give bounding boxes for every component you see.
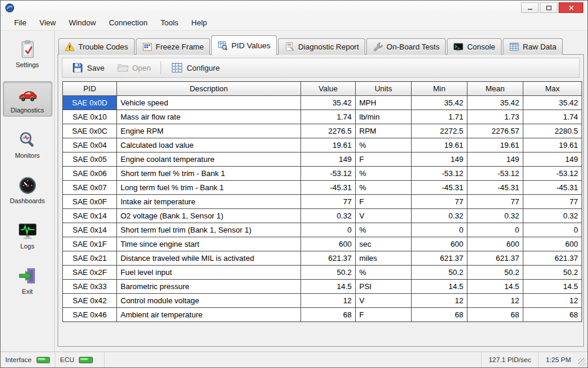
table-cell[interactable]: V: [356, 294, 412, 308]
open-button[interactable]: Open: [112, 59, 156, 76]
table-cell[interactable]: %: [356, 181, 412, 195]
table-cell[interactable]: -53.12: [523, 167, 582, 181]
table-cell[interactable]: PSI: [356, 280, 412, 294]
resize-grip[interactable]: [578, 358, 586, 366]
table-row[interactable]: SAE 0x2FFuel level input50.2%50.250.250.…: [63, 266, 582, 280]
table-cell[interactable]: SAE 0x10: [63, 110, 117, 124]
table-cell[interactable]: 0: [412, 223, 467, 237]
tab-console[interactable]: Console: [447, 38, 502, 55]
table-cell[interactable]: -45.31: [467, 181, 523, 195]
table-row[interactable]: SAE 0x14O2 voltage (Bank 1, Sensor 1)0.3…: [63, 209, 582, 223]
table-row[interactable]: SAE 0x14Short term fuel trim (Bank 1, Se…: [63, 223, 582, 237]
table-cell[interactable]: 0: [301, 223, 356, 237]
table-cell[interactable]: 14.5: [467, 280, 523, 294]
table-cell[interactable]: SAE 0x0F: [63, 195, 117, 209]
table-cell[interactable]: 14.5: [412, 280, 467, 294]
tab-trouble-codes[interactable]: Trouble Codes: [58, 38, 135, 55]
table-row[interactable]: SAE 0x46Ambient air temperature68F686868: [63, 308, 582, 322]
sidebar-item-dashboards[interactable]: Dashboards: [3, 172, 52, 207]
table-cell[interactable]: 68: [523, 308, 582, 322]
table-cell[interactable]: 12: [301, 294, 356, 308]
configure-button[interactable]: Configure: [166, 59, 225, 76]
table-cell[interactable]: SAE 0x21: [63, 251, 117, 266]
table-cell[interactable]: 14.5: [301, 280, 356, 294]
table-cell[interactable]: SAE 0x2F: [63, 266, 117, 280]
table-cell[interactable]: Short term fuel trim (Bank 1, Sensor 1): [117, 223, 301, 237]
table-row[interactable]: SAE 0x0CEngine RPM2276.5RPM2272.52276.57…: [63, 124, 582, 138]
table-cell[interactable]: SAE 0x07: [63, 181, 117, 195]
column-header-value[interactable]: Value: [301, 82, 356, 96]
table-cell[interactable]: 2276.5: [301, 124, 356, 138]
table-cell[interactable]: -53.12: [301, 167, 356, 181]
table-cell[interactable]: 1.74: [523, 110, 582, 124]
table-cell[interactable]: 68: [301, 308, 356, 322]
column-header-units[interactable]: Units: [356, 82, 412, 96]
table-row[interactable]: SAE 0x0DVehicle speed35.42MPH35.4235.423…: [63, 96, 582, 110]
menu-item-tools[interactable]: Tools: [154, 16, 185, 29]
table-cell[interactable]: SAE 0x0C: [63, 124, 117, 138]
menu-item-view[interactable]: View: [33, 16, 62, 29]
table-cell[interactable]: 0.32: [412, 209, 467, 223]
menu-item-window[interactable]: Window: [62, 16, 102, 29]
table-row[interactable]: SAE 0x21Distance traveled while MIL is a…: [63, 251, 582, 266]
table-cell[interactable]: 19.61: [301, 138, 356, 152]
table-cell[interactable]: SAE 0x06: [63, 167, 117, 181]
table-cell[interactable]: 600: [412, 237, 467, 251]
table-cell[interactable]: 50.2: [412, 266, 467, 280]
table-row[interactable]: SAE 0x42Control module voltage12V121212: [63, 294, 582, 308]
column-header-pid[interactable]: PID: [63, 82, 117, 96]
table-cell[interactable]: F: [356, 195, 412, 209]
table-cell[interactable]: 19.61: [412, 138, 467, 152]
table-cell[interactable]: 2280.5: [523, 124, 582, 138]
table-cell[interactable]: 1.73: [467, 110, 523, 124]
table-row[interactable]: SAE 0x0FIntake air temperature77F777777: [63, 195, 582, 209]
table-cell[interactable]: MPH: [356, 96, 412, 110]
table-cell[interactable]: 77: [523, 195, 582, 209]
table-cell[interactable]: RPM: [356, 124, 412, 138]
sidebar-item-monitors[interactable]: Monitors: [3, 127, 52, 162]
table-cell[interactable]: 0.32: [301, 209, 356, 223]
table-row[interactable]: SAE 0x33Barometric pressure14.5PSI14.514…: [63, 280, 582, 294]
table-cell[interactable]: SAE 0x1F: [63, 237, 117, 251]
table-cell[interactable]: Fuel level input: [117, 266, 301, 280]
table-row[interactable]: SAE 0x07Long term fuel % trim - Bank 1-4…: [63, 181, 582, 195]
table-cell[interactable]: 149: [301, 152, 356, 167]
table-cell[interactable]: SAE 0x0D: [63, 96, 117, 110]
table-cell[interactable]: Calculated load value: [117, 138, 301, 152]
table-cell[interactable]: 0.32: [467, 209, 523, 223]
table-cell[interactable]: 0: [467, 223, 523, 237]
table-cell[interactable]: 621.37: [301, 251, 356, 266]
table-cell[interactable]: F: [356, 308, 412, 322]
table-cell[interactable]: Long term fuel % trim - Bank 1: [117, 181, 301, 195]
table-cell[interactable]: 12: [467, 294, 523, 308]
table-cell[interactable]: SAE 0x33: [63, 280, 117, 294]
table-cell[interactable]: %: [356, 266, 412, 280]
table-cell[interactable]: lb/min: [356, 110, 412, 124]
table-cell[interactable]: 77: [301, 195, 356, 209]
table-cell[interactable]: 14.5: [523, 280, 582, 294]
table-cell[interactable]: 149: [412, 152, 467, 167]
table-cell[interactable]: SAE 0x05: [63, 152, 117, 167]
column-header-min[interactable]: Min: [412, 82, 467, 96]
table-cell[interactable]: SAE 0x04: [63, 138, 117, 152]
table-cell[interactable]: 12: [412, 294, 467, 308]
table-cell[interactable]: Intake air temperature: [117, 195, 301, 209]
table-cell[interactable]: 149: [523, 152, 582, 167]
table-row[interactable]: SAE 0x10Mass air flow rate1.74lb/min1.71…: [63, 110, 582, 124]
table-cell[interactable]: miles: [356, 251, 412, 266]
sidebar-item-settings[interactable]: Settings: [3, 36, 52, 71]
table-cell[interactable]: 77: [412, 195, 467, 209]
table-cell[interactable]: -53.12: [467, 167, 523, 181]
table-cell[interactable]: 149: [467, 152, 523, 167]
table-cell[interactable]: F: [356, 152, 412, 167]
table-cell[interactable]: SAE 0x14: [63, 223, 117, 237]
table-row[interactable]: SAE 0x06Short term fuel % trim - Bank 1-…: [63, 167, 582, 181]
table-cell[interactable]: Short term fuel % trim - Bank 1: [117, 167, 301, 181]
table-cell[interactable]: Vehicle speed: [117, 96, 301, 110]
table-cell[interactable]: V: [356, 209, 412, 223]
table-cell[interactable]: 77: [467, 195, 523, 209]
table-cell[interactable]: 600: [301, 237, 356, 251]
tab-diagnostic-report[interactable]: Diagnostic Report: [278, 38, 365, 55]
table-cell[interactable]: Distance traveled while MIL is activated: [117, 251, 301, 266]
table-cell[interactable]: SAE 0x42: [63, 294, 117, 308]
